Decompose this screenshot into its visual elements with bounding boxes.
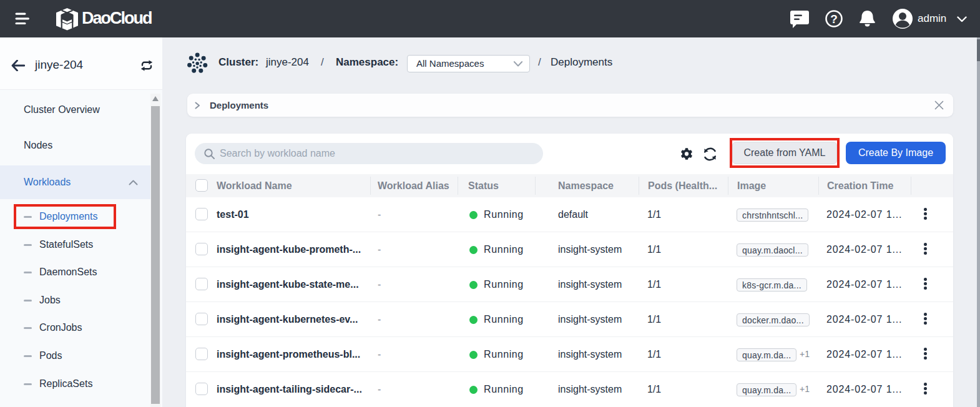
svg-text:?: ? [830, 12, 838, 26]
